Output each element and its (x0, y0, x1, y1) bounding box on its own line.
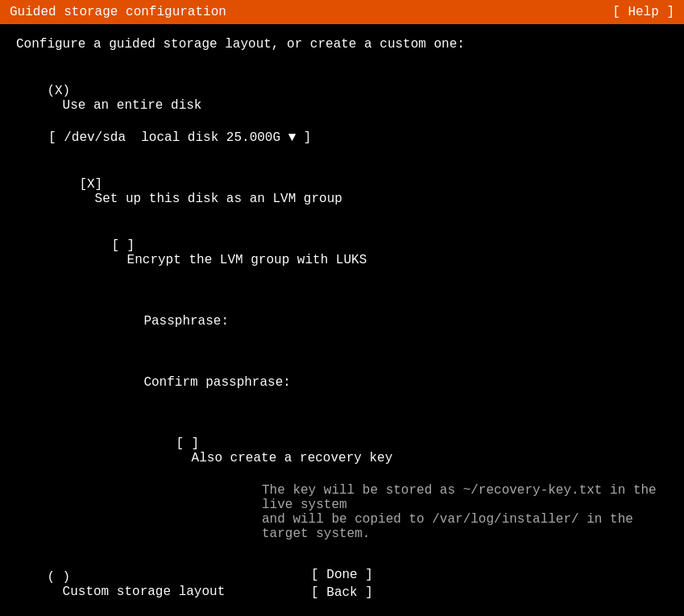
intro-text: Configure a guided storage layout, or cr… (16, 37, 668, 52)
encrypt-checkbox[interactable]: [ ] (111, 238, 135, 253)
recovery-key-option[interactable]: [ ] Also create a recovery key (16, 422, 668, 480)
use-entire-disk-label-text: Use an entire disk (63, 98, 202, 113)
recovery-text-1: The key will be stored as ~/recovery-key… (16, 483, 668, 512)
passphrase-label: Passphrase: (143, 314, 229, 329)
confirm-passphrase-label: Confirm passphrase: (143, 375, 290, 390)
encrypt-option[interactable]: [ ] Encrypt the LVM group with LUKS (16, 224, 668, 282)
use-entire-disk-checkbox[interactable]: (X) (47, 84, 70, 98)
back-button[interactable]: [ Back ] (311, 585, 373, 600)
recovery-text-2: and will be copied to /var/log/installer… (16, 512, 668, 541)
recovery-key-checkbox[interactable]: [ ] (176, 436, 199, 451)
help-button[interactable]: [ Help ] (612, 5, 674, 19)
use-entire-disk-option[interactable]: (X) Use an entire disk (16, 69, 668, 127)
done-button[interactable]: [ Done ] (311, 568, 373, 582)
lvm-label-text: Set up this disk as an LVM group (95, 192, 342, 206)
lvm-label (79, 192, 94, 206)
lvm-checkbox[interactable]: [X] (79, 177, 102, 192)
recovery-key-spacer (176, 451, 191, 465)
confirm-passphrase-row: Confirm passphrase: (16, 361, 668, 404)
encrypt-label-text: Encrypt the LVM group with LUKS (127, 253, 367, 267)
use-entire-disk-label (47, 98, 62, 113)
window-title: Guided storage configuration (10, 5, 226, 19)
recovery-key-label: Also create a recovery key (192, 451, 393, 465)
disk-selector[interactable]: [ /dev/sda local disk 25.000G ▼ ] (16, 130, 668, 145)
passphrase-row: Passphrase: (16, 300, 668, 343)
lvm-option[interactable]: [X] Set up this disk as an LVM group (16, 163, 668, 221)
encrypt-label (111, 253, 126, 267)
